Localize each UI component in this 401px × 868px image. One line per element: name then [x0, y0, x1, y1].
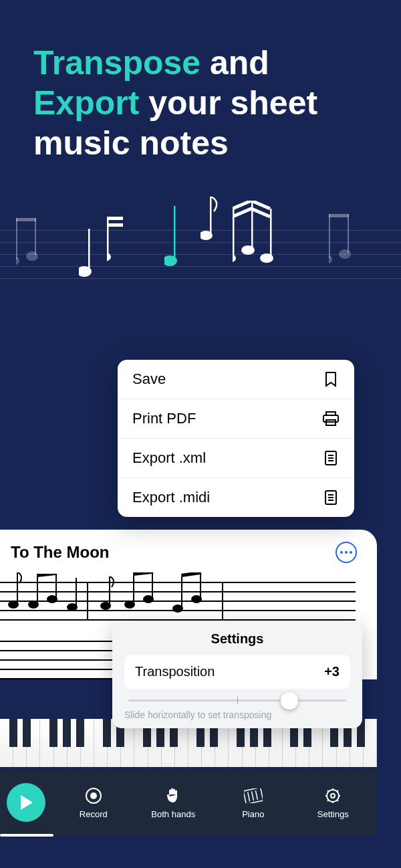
decorative-notes	[0, 190, 401, 310]
nav-both-hands[interactable]: Both hands	[136, 786, 211, 819]
svg-point-52	[143, 595, 154, 603]
play-icon	[21, 795, 34, 810]
menu-item-print[interactable]: Print PDF	[118, 399, 354, 439]
svg-line-62	[251, 791, 253, 800]
svg-rect-23	[329, 214, 349, 217]
bookmark-icon	[322, 370, 340, 388]
record-icon	[84, 786, 103, 805]
svg-rect-49	[152, 572, 153, 598]
music-note-icon	[16, 218, 49, 278]
svg-rect-2	[16, 218, 36, 221]
music-note-icon	[79, 229, 99, 282]
svg-rect-0	[16, 218, 17, 259]
svg-point-51	[124, 601, 135, 609]
nav-piano[interactable]: Piano	[216, 786, 291, 819]
svg-rect-40	[55, 574, 57, 598]
printer-icon	[322, 410, 340, 427]
svg-point-45	[67, 603, 78, 611]
song-title: To The Moon	[11, 543, 110, 562]
svg-point-20	[260, 253, 273, 263]
slider-hint: Slide horizontally to set transposing	[124, 710, 350, 720]
svg-point-10	[107, 252, 111, 261]
slider-thumb[interactable]	[281, 692, 298, 710]
svg-point-38	[8, 601, 19, 609]
transposition-slider[interactable]	[128, 699, 346, 701]
headline-accent-1: Transpose	[33, 44, 200, 82]
svg-rect-5	[88, 229, 90, 270]
svg-rect-60	[244, 788, 263, 803]
export-menu: Save Print PDF Export .xml Export .midi	[118, 360, 354, 517]
nav-record[interactable]: Record	[56, 786, 131, 819]
svg-rect-21	[329, 214, 330, 258]
svg-point-25	[339, 249, 351, 259]
marketing-headline: Transpose and Export your sheet music no…	[0, 0, 401, 163]
bottom-toolbar: Record Both hands Piano Settings	[0, 769, 377, 836]
svg-rect-50	[133, 572, 153, 576]
menu-item-export-midi[interactable]: Export .midi	[118, 478, 354, 517]
svg-point-4	[26, 251, 38, 261]
svg-point-47	[100, 602, 111, 610]
svg-rect-39	[37, 576, 38, 603]
transposition-value: +3	[324, 664, 340, 679]
svg-rect-9	[107, 223, 123, 227]
nav-settings[interactable]: Settings	[296, 786, 371, 819]
svg-line-61	[247, 792, 249, 801]
svg-rect-48	[133, 575, 134, 603]
svg-point-59	[90, 792, 97, 799]
svg-rect-53	[181, 576, 182, 607]
svg-rect-7	[107, 217, 109, 255]
svg-rect-55	[181, 572, 201, 577]
svg-rect-1	[35, 218, 36, 255]
document-icon	[322, 449, 340, 467]
hand-icon	[164, 786, 182, 805]
transposition-label: Transposition	[135, 664, 215, 679]
transposition-row: Transposition +3	[124, 655, 350, 689]
svg-point-56	[172, 605, 183, 613]
svg-point-43	[47, 595, 57, 603]
settings-popup: Settings Transposition +3 Slide horizont…	[112, 622, 362, 728]
svg-rect-37	[17, 572, 18, 603]
music-note-icon	[107, 217, 134, 284]
svg-rect-22	[348, 214, 349, 253]
svg-rect-41	[37, 574, 57, 577]
music-note-icon	[164, 206, 184, 273]
svg-line-63	[255, 790, 257, 800]
svg-point-24	[329, 255, 332, 264]
play-button[interactable]	[7, 783, 45, 822]
menu-item-save[interactable]: Save	[118, 360, 354, 399]
svg-rect-8	[107, 217, 123, 220]
document-icon	[322, 489, 340, 506]
svg-point-65	[331, 794, 335, 798]
settings-title: Settings	[124, 631, 350, 647]
more-options-button[interactable]	[336, 542, 357, 563]
svg-rect-13	[210, 197, 212, 234]
music-note-icon	[233, 201, 286, 281]
playback-progress[interactable]	[0, 834, 53, 837]
svg-rect-11	[174, 206, 176, 259]
svg-rect-46	[109, 576, 110, 605]
svg-rect-44	[76, 578, 77, 606]
svg-point-42	[28, 601, 39, 609]
headline-accent-2: Export	[33, 84, 139, 122]
piano-icon	[244, 786, 263, 805]
menu-item-export-xml[interactable]: Export .xml	[118, 439, 354, 478]
svg-point-57	[191, 595, 202, 603]
music-note-icon	[329, 214, 362, 281]
music-note-icon	[200, 197, 227, 263]
svg-point-19	[241, 245, 255, 255]
gear-icon	[323, 786, 342, 805]
svg-rect-54	[200, 572, 201, 598]
svg-point-3	[16, 256, 19, 265]
